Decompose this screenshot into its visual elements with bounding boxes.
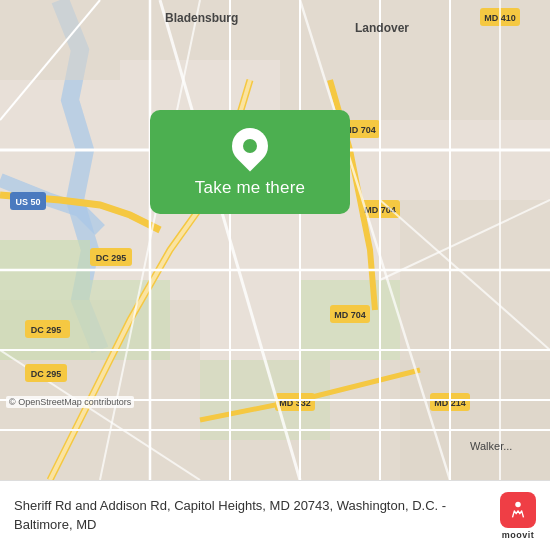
svg-text:DC 295: DC 295 <box>31 369 62 379</box>
svg-text:DC 295: DC 295 <box>96 253 127 263</box>
map-svg: DC 295 DC 295 US 50 MD 704 MD 704 MD 704… <box>0 0 550 480</box>
svg-text:MD 704: MD 704 <box>334 310 366 320</box>
take-me-there-popup[interactable]: Take me there <box>150 110 350 214</box>
map-attribution: © OpenStreetMap contributors <box>6 396 134 408</box>
svg-point-36 <box>515 501 521 507</box>
location-pin-icon <box>225 121 276 172</box>
moovit-logo[interactable]: moovit <box>500 492 536 540</box>
svg-rect-7 <box>0 240 90 360</box>
svg-rect-2 <box>120 0 280 60</box>
svg-text:Landover: Landover <box>355 21 409 35</box>
popup-label: Take me there <box>195 178 305 198</box>
svg-text:Walker...: Walker... <box>470 440 512 452</box>
svg-text:Bladensburg: Bladensburg <box>165 11 238 25</box>
moovit-icon <box>500 492 536 528</box>
address-text: Sheriff Rd and Addison Rd, Capitol Heigh… <box>14 497 490 533</box>
moovit-text: moovit <box>502 530 535 540</box>
bottom-bar: Sheriff Rd and Addison Rd, Capitol Heigh… <box>0 480 550 550</box>
svg-text:DC 295: DC 295 <box>31 325 62 335</box>
svg-rect-6 <box>400 200 550 480</box>
svg-rect-1 <box>0 0 120 80</box>
map-container: DC 295 DC 295 US 50 MD 704 MD 704 MD 704… <box>0 0 550 480</box>
svg-text:US 50: US 50 <box>15 197 40 207</box>
